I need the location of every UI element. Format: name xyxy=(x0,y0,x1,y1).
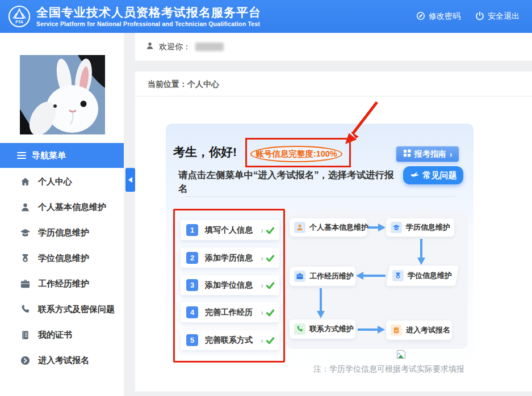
medal-icon xyxy=(392,270,404,281)
sidebar-item-education-info[interactable]: 学历信息维护 xyxy=(0,220,124,246)
sidebar-menu: 个人中心 个人基本信息维护 学历信息维护 学位信息维护 工作经历维护 联系方式及 xyxy=(0,169,124,373)
graduation-cap-icon xyxy=(391,222,402,233)
briefcase-icon xyxy=(294,271,305,282)
step-1-fill-personal-info[interactable]: 1 填写个人信息 › xyxy=(181,220,279,240)
welcome-card: 考生，你好! 账号信息完整度:100% 报考指南 › 请点击左侧菜单中“进入考试… xyxy=(166,124,474,379)
app-subtitle: Service Platform for National Profession… xyxy=(36,20,261,27)
welcome-label: 欢迎你： xyxy=(159,42,191,52)
clipboard-icon xyxy=(391,325,402,336)
enter-arrow-icon xyxy=(19,355,31,366)
power-icon xyxy=(475,11,484,22)
graduation-cap-icon xyxy=(19,228,31,239)
sidebar-item-basic-info[interactable]: 个人基本信息维护 xyxy=(0,195,124,220)
sidebar-item-degree-info[interactable]: 学位信息维护 xyxy=(0,246,124,271)
user-icon xyxy=(145,41,154,53)
step-4-complete-work-history[interactable]: 4 完善工作经历 › xyxy=(181,302,279,322)
user-icon xyxy=(294,222,305,233)
check-icon xyxy=(266,281,275,290)
note-text: 注：学历学位信息可根据考试实际要求填报 xyxy=(313,364,464,374)
sidebar-item-enter-exam[interactable]: 进入考试报名 xyxy=(0,348,124,373)
step-3-add-degree-info[interactable]: 3 添加学位信息 › xyxy=(181,275,279,295)
certificate-icon xyxy=(19,330,31,341)
hand-pointer-icon xyxy=(410,171,419,180)
hamburger-icon xyxy=(17,152,26,159)
check-icon xyxy=(266,226,275,235)
account-completeness-badge: 账号信息完整度:100% xyxy=(250,146,342,162)
broken-image-icon xyxy=(396,349,406,359)
phone-icon xyxy=(19,304,31,315)
breadcrumb: 当前位置：个人中心 xyxy=(135,71,532,96)
step-5-complete-contact-info[interactable]: 5 完善联系方式 › xyxy=(181,330,279,350)
flow-node-contact-info[interactable]: 联系方式维护 xyxy=(290,319,355,339)
sidebar-item-contact-security[interactable]: 联系方式及密保问题 xyxy=(0,297,124,322)
phone-icon xyxy=(294,323,305,335)
content-panel: 当前位置：个人中心 考生，你好! 账号信息完整度:100% 报考指南 › 请点击… xyxy=(135,71,532,391)
user-icon xyxy=(19,202,31,213)
flow-node-degree-info[interactable]: 学位信息维护 xyxy=(388,266,457,286)
platform-logo-icon: PTA xyxy=(8,5,31,28)
flow-node-basic-info[interactable]: 个人基本信息维护 xyxy=(290,218,367,237)
sidebar: 导航菜单 个人中心 个人基本信息维护 学历信息维护 学位信息维护 工作经历维 xyxy=(0,33,124,396)
breadcrumb-current: 个人中心 xyxy=(187,79,219,89)
sidebar-item-personal-center[interactable]: 个人中心 xyxy=(0,169,124,195)
exam-guide-button[interactable]: 报考指南 › xyxy=(396,146,459,162)
logout-button[interactable]: 安全退出 xyxy=(475,11,520,22)
welcome-bar: 欢迎你： xyxy=(135,33,532,61)
check-icon xyxy=(266,254,275,263)
sidebar-item-work-history[interactable]: 工作经历维护 xyxy=(0,271,124,297)
grid-icon xyxy=(403,149,411,159)
edit-circle-icon xyxy=(416,11,425,22)
flow-node-work-history[interactable]: 工作经历维护 xyxy=(290,267,355,286)
check-icon xyxy=(266,308,275,317)
app-header: PTA 全国专业技术人员资格考试报名服务平台 Service Platform … xyxy=(0,0,532,33)
chevron-right-icon: › xyxy=(450,150,453,159)
flow-node-education-info[interactable]: 学历信息维护 xyxy=(386,218,454,237)
briefcase-icon xyxy=(19,279,31,290)
sidebar-item-my-certificates[interactable]: 我的证书 xyxy=(0,322,124,348)
divider xyxy=(185,196,455,197)
medal-icon xyxy=(19,253,31,264)
flow-diagram-panel: 个人基本信息维护 学历信息维护 工作经历维护 学位信息维护 xyxy=(286,212,468,349)
svg-text:PTA: PTA xyxy=(15,20,23,24)
redacted-username xyxy=(195,43,224,51)
greeting-title: 考生，你好! xyxy=(173,144,237,160)
step-2-add-education-info[interactable]: 2 添加学历信息 › xyxy=(181,248,279,268)
flow-node-enter-exam[interactable]: 进入考试报名 xyxy=(386,321,452,340)
collapse-sidebar-handle[interactable] xyxy=(125,168,135,192)
faq-button[interactable]: 常见问题 xyxy=(403,166,463,184)
nav-menu-header: 导航菜单 xyxy=(0,143,124,168)
chevron-left-icon xyxy=(128,177,132,183)
home-icon xyxy=(19,176,31,188)
app-title: 全国专业技术人员资格考试报名服务平台 xyxy=(36,6,261,19)
instruction-text: 请点击左侧菜单中“进入考试报名”，选择考试进行报名 xyxy=(178,168,401,195)
check-icon xyxy=(266,336,275,345)
avatar-photo xyxy=(20,55,105,134)
change-password-button[interactable]: 修改密码 xyxy=(416,11,460,22)
